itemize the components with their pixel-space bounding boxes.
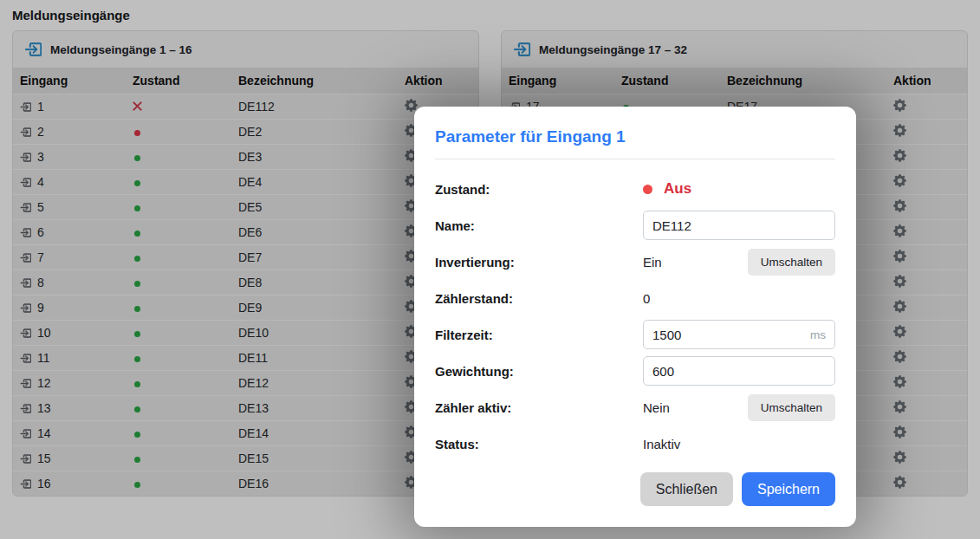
field-label: Invertierung: — [435, 255, 643, 270]
field-row-invertierung: Invertierung: Ein Umschalten — [435, 247, 835, 276]
zustand-value: Aus — [664, 180, 691, 198]
field-row-zustand: Zustand: Aus — [435, 174, 835, 204]
field-row-zaehler-aktiv: Zähler aktiv: Nein Umschalten — [435, 393, 835, 422]
close-button[interactable]: Schließen — [640, 472, 733, 506]
status-dot-icon — [643, 185, 652, 194]
gewichtung-input[interactable] — [643, 356, 835, 386]
invertierung-value: Ein — [643, 255, 662, 270]
field-label: Zählerstand: — [435, 291, 643, 306]
unit-suffix: ms — [810, 328, 826, 341]
status-value: Inaktiv — [643, 437, 835, 451]
zaehler-aktiv-value: Nein — [643, 400, 670, 415]
field-label: Zustand: — [435, 182, 643, 197]
field-label: Name: — [435, 218, 643, 233]
invertierung-toggle-button[interactable]: Umschalten — [748, 249, 835, 276]
field-row-filterzeit: Filterzeit: ms — [435, 320, 835, 349]
field-row-gewichtung: Gewichtung: — [435, 356, 835, 386]
field-label: Gewichtung: — [435, 364, 643, 379]
field-row-name: Name: — [435, 211, 835, 240]
modal-footer: Schließen Speichern — [435, 472, 835, 506]
field-label: Filterzeit: — [435, 328, 643, 342]
parameter-modal: Parameter für Eingang 1 Zustand: Aus Nam… — [414, 107, 856, 527]
save-button[interactable]: Speichern — [742, 472, 835, 506]
field-row-zaehlerstand: Zählerstand: 0 — [435, 283, 835, 313]
zaehlerstand-value: 0 — [643, 291, 835, 306]
name-input[interactable] — [643, 211, 835, 240]
field-label: Zähler aktiv: — [435, 400, 643, 415]
modal-title: Parameter für Eingang 1 — [435, 127, 835, 159]
zaehler-aktiv-toggle-button[interactable]: Umschalten — [748, 394, 835, 421]
field-label: Status: — [435, 437, 643, 451]
field-row-status: Status: Inaktiv — [435, 429, 835, 458]
filterzeit-input[interactable] — [643, 320, 835, 349]
